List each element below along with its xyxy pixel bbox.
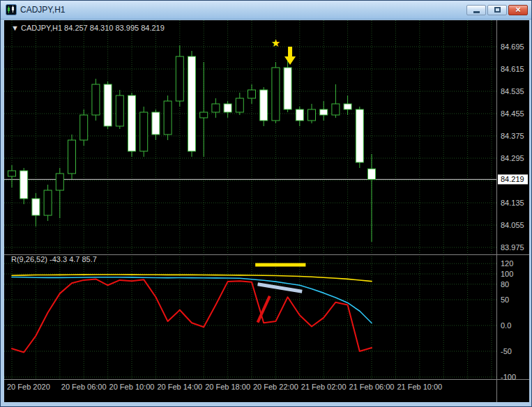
time-axis-label: 21 Feb 06:00 bbox=[349, 383, 395, 391]
bear-candle-body bbox=[368, 169, 376, 179]
bull-candle-body bbox=[212, 104, 220, 112]
bull-candle-body bbox=[44, 190, 52, 215]
bull-candle-body bbox=[80, 115, 88, 140]
bear-candle-body bbox=[320, 109, 328, 115]
bull-candle-body bbox=[56, 174, 63, 190]
bull-candle-body bbox=[116, 95, 123, 126]
titlebar[interactable]: CADJPY,H1 × bbox=[1, 1, 531, 20]
ohlc-readout: ▼ CADJPY,H1 84.257 84.310 83.995 84.219 bbox=[11, 24, 165, 32]
current-price-badge-label: 84.219 bbox=[501, 175, 524, 183]
chart-canvas[interactable]: ★84.69584.61584.53584.45584.37584.29584.… bbox=[4, 20, 529, 402]
restore-button[interactable] bbox=[487, 5, 507, 15]
bull-candle-body bbox=[272, 68, 280, 121]
bear-candle-body bbox=[104, 84, 112, 126]
window-controls: × bbox=[466, 5, 528, 15]
bull-candle-body bbox=[164, 101, 172, 135]
price-axis-label: 84.455 bbox=[501, 109, 524, 118]
grid bbox=[4, 20, 496, 379]
time-axis-label: 21 Feb 10:00 bbox=[397, 383, 442, 391]
indicator-level-label: 100 bbox=[501, 270, 513, 278]
bear-candle-body bbox=[20, 171, 28, 199]
bear-candle-body bbox=[284, 68, 291, 109]
bear-candle-body bbox=[260, 90, 268, 121]
bear-candle-body bbox=[224, 104, 231, 112]
price-axis-label: 84.055 bbox=[501, 221, 524, 229]
restore-icon bbox=[494, 7, 501, 13]
price-axis-label: 84.695 bbox=[501, 43, 524, 51]
bull-candle-body bbox=[8, 171, 16, 176]
bear-candle-body bbox=[296, 109, 303, 121]
price-axis-label: 84.295 bbox=[501, 154, 524, 162]
minimize-icon bbox=[473, 11, 480, 13]
indicator-level-label: 80 bbox=[501, 280, 509, 289]
time-axis-label: 21 Feb 02:00 bbox=[301, 383, 347, 391]
window-title: CADJPY,H1 bbox=[20, 5, 466, 15]
time-axis-label: 20 Feb 06:00 bbox=[61, 383, 107, 391]
time-axis-label: 20 Feb 2020 bbox=[7, 383, 50, 391]
bear-candle-body bbox=[32, 199, 40, 215]
indicator-level-label: -50 bbox=[501, 347, 512, 355]
minimize-button[interactable] bbox=[466, 5, 486, 15]
price-axis-label: 84.135 bbox=[501, 199, 524, 207]
chart-icon bbox=[6, 4, 17, 15]
chart-area[interactable]: ★84.69584.61584.53584.45584.37584.29584.… bbox=[4, 20, 529, 402]
chart-window: CADJPY,H1 × ★84.69584.61584.53584.45584.… bbox=[0, 0, 532, 407]
bear-candle-body bbox=[128, 95, 136, 151]
indicator-readout: R(9,26,52) -43.3 4.7 85.7 bbox=[11, 255, 97, 263]
candles bbox=[8, 45, 376, 242]
bear-candle-body bbox=[152, 112, 160, 135]
indicator-lines bbox=[12, 275, 372, 352]
bull-candle-body bbox=[68, 140, 76, 174]
bear-candle-body bbox=[356, 109, 363, 162]
indicator-line-cyan bbox=[12, 277, 372, 323]
bull-candle-body bbox=[92, 84, 100, 115]
bull-candle-body bbox=[140, 112, 148, 151]
price-axis-label: 84.535 bbox=[501, 87, 524, 95]
price-axis-label: 83.975 bbox=[501, 243, 524, 252]
indicator-level-label: 0.0 bbox=[501, 321, 511, 330]
time-axis-label: 20 Feb 10:00 bbox=[109, 383, 155, 391]
indicator-level-label: -100 bbox=[501, 373, 516, 381]
time-axis[interactable]: 20 Feb 202020 Feb 06:0020 Feb 10:0020 Fe… bbox=[7, 383, 442, 391]
bull-candle-body bbox=[176, 56, 183, 101]
price-axis-label: 84.615 bbox=[501, 65, 524, 73]
bull-candle-body bbox=[332, 104, 340, 115]
time-axis-label: 20 Feb 14:00 bbox=[157, 383, 202, 391]
indicator-level-label: 120 bbox=[501, 259, 513, 268]
bull-candle-body bbox=[248, 90, 256, 98]
close-button[interactable]: × bbox=[508, 5, 528, 15]
bear-candle-body bbox=[188, 56, 196, 151]
time-axis-label: 20 Feb 18:00 bbox=[205, 383, 250, 391]
blue-highlight-segment[interactable] bbox=[258, 284, 303, 291]
price-axis[interactable]: 84.69584.61584.53584.45584.37584.29584.1… bbox=[501, 43, 524, 381]
price-axis-label: 84.375 bbox=[501, 132, 524, 140]
star-annotation[interactable]: ★ bbox=[271, 37, 280, 49]
close-icon: × bbox=[515, 6, 521, 14]
bull-candle-body bbox=[308, 109, 316, 121]
indicator-level-label: 50 bbox=[501, 295, 509, 304]
bull-candle-body bbox=[236, 98, 243, 112]
bear-candle-body bbox=[344, 104, 351, 109]
time-axis-label: 20 Feb 22:00 bbox=[253, 383, 298, 391]
bull-candle-body bbox=[200, 112, 208, 118]
indicator-line-red bbox=[12, 279, 372, 352]
sell-arrow-head[interactable] bbox=[284, 56, 296, 65]
